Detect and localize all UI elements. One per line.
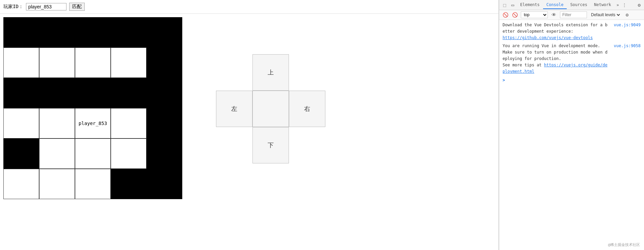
grid-cell — [146, 78, 182, 108]
dpad-empty-tl — [216, 54, 252, 91]
levels-select[interactable]: Default levels — [590, 12, 621, 18]
console-msg-2: You are running Vue in development mode.… — [503, 43, 641, 75]
dpad-empty-tr — [289, 54, 325, 91]
grid-cell: player_853 — [75, 108, 111, 138]
dpad-up-button[interactable]: 上 — [252, 54, 289, 91]
more-tabs-button[interactable]: » — [615, 1, 620, 9]
grid-cell — [111, 138, 146, 169]
dpad-right-button[interactable]: 右 — [289, 91, 325, 127]
grid-cell — [75, 78, 111, 108]
gear-icon[interactable]: ⚙ — [624, 11, 630, 18]
grid-cell — [111, 48, 146, 78]
device-icon[interactable]: ▭ — [509, 1, 517, 9]
grid-cell — [146, 48, 182, 78]
dpad-center — [252, 91, 289, 127]
grid-cell — [3, 78, 39, 108]
dpad-container: 上 左 右 下 — [216, 54, 325, 163]
devtools-panel: ⬚ ▭ Elements Console Sources Network » ⋮… — [499, 0, 644, 250]
main-area: 玩家ID： 匹配 player_853 上 左 右 下 — [0, 0, 499, 250]
grid-cell — [146, 108, 182, 138]
tab-network[interactable]: Network — [591, 1, 615, 9]
eye-icon[interactable]: 👁 — [551, 11, 557, 18]
dpad: 上 左 右 下 — [216, 54, 325, 163]
console-output: Download the Vue Devtools extension for … — [499, 20, 644, 250]
grid-cell — [75, 169, 111, 199]
deployment-link[interactable]: https://vuejs.org/guide/deployment.html — [503, 63, 608, 74]
grid-cell — [39, 138, 75, 169]
dpad-empty-bl — [216, 127, 252, 163]
player-id-input[interactable] — [26, 3, 66, 10]
tab-console[interactable]: Console — [543, 1, 567, 9]
player-id-label: 玩家ID： — [3, 4, 23, 10]
clear-icon[interactable]: 🚫 — [511, 11, 518, 18]
grid-cell — [39, 108, 75, 138]
grid-cell — [3, 108, 39, 138]
grid-cell — [75, 17, 111, 48]
watermark: @稀土掘金技术社区 — [608, 242, 640, 247]
dpad-left-button[interactable]: 左 — [216, 91, 252, 127]
grid-cell — [111, 17, 146, 48]
grid-cell — [146, 17, 182, 48]
grid-cell — [39, 169, 75, 199]
devtools-link[interactable]: https://github.com/vuejs/vue-devtools — [503, 35, 593, 40]
match-button[interactable]: 匹配 — [69, 3, 85, 11]
block-icon[interactable]: 🚫 — [502, 11, 509, 18]
grid-container: player_853 — [3, 17, 182, 199]
grid-cell — [39, 17, 75, 48]
console-msg-1-text: Download the Vue Devtools extension for … — [503, 22, 609, 41]
dpad-down-button[interactable]: 下 — [252, 127, 289, 163]
dpad-empty-br — [289, 127, 325, 163]
grid-cell — [39, 48, 75, 78]
grid-cell — [111, 169, 146, 199]
grid-cell — [39, 78, 75, 108]
settings-icon[interactable]: ⚙ — [636, 1, 643, 9]
context-select[interactable]: top — [521, 11, 548, 18]
console-msg-2-source[interactable]: vue.js:9058 — [614, 43, 641, 49]
devtools-toolbar: 🚫 🚫 top 👁 Default levels ⚙ — [499, 10, 644, 20]
grid-cell — [146, 169, 182, 199]
grid-cell — [75, 138, 111, 169]
top-bar: 玩家ID： 匹配 — [0, 0, 499, 14]
tab-sources[interactable]: Sources — [567, 1, 591, 9]
console-msg-1: Download the Vue Devtools extension for … — [503, 22, 641, 41]
grid-cell — [75, 48, 111, 78]
devtools-tab-bar: ⬚ ▭ Elements Console Sources Network » ⋮… — [499, 0, 644, 10]
grid-cell — [146, 138, 182, 169]
tab-elements[interactable]: Elements — [517, 1, 543, 9]
grid-cell — [3, 48, 39, 78]
grid-cell — [3, 169, 39, 199]
console-msg-2-text: You are running Vue in development mode.… — [503, 43, 609, 75]
inspect-icon[interactable]: ⬚ — [501, 1, 509, 9]
grid-cell — [111, 78, 146, 108]
grid-cell — [3, 17, 39, 48]
more-options-button[interactable]: ⋮ — [621, 1, 628, 9]
game-grid: player_853 — [3, 17, 182, 199]
filter-input[interactable] — [560, 11, 587, 18]
console-prompt: > — [503, 77, 641, 84]
console-msg-1-source[interactable]: vue.js:9049 — [614, 22, 641, 28]
game-content: player_853 上 左 右 下 — [0, 14, 499, 250]
grid-cell — [3, 138, 39, 169]
grid-cell — [111, 108, 146, 138]
